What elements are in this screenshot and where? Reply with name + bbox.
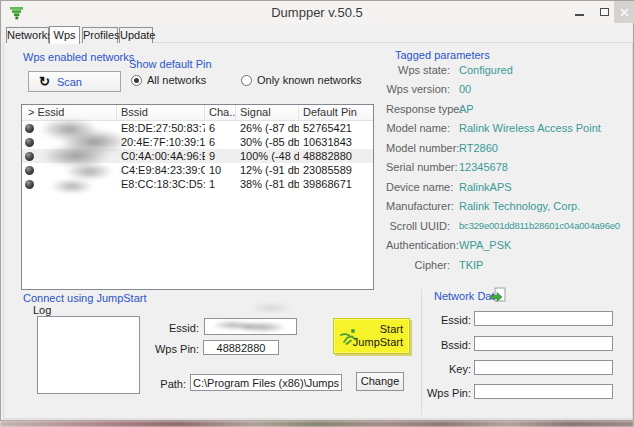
nd-essid-input[interactable]: [474, 311, 613, 326]
param-label: Scroll UUID:: [386, 220, 450, 232]
start-jumpstart-label: Start JumpStart: [353, 323, 403, 349]
log-label: Log: [33, 304, 51, 316]
tagged-parameters-list: Wps state:Configured Wps version:00 Resp…: [386, 60, 632, 275]
table-row[interactable]: E8:DE:27:50:83:7E 6 26% (-87 dbm) 527654…: [22, 121, 373, 135]
param-row: Response type:AP: [386, 99, 632, 119]
param-row: Manufacturer:Ralink Technology, Corp.: [386, 197, 632, 217]
param-value: Configured: [459, 64, 632, 76]
col-header-channel[interactable]: Cha...: [205, 105, 236, 120]
cell-default-pin: 39868671: [299, 177, 371, 191]
cell-bssid: C0:4A:00:4A:96:E0: [117, 149, 205, 163]
param-value: TKIP: [459, 259, 632, 271]
start-jumpstart-button[interactable]: Start JumpStart: [333, 318, 410, 354]
param-value: 00: [459, 83, 632, 95]
essid-input[interactable]: [204, 318, 297, 335]
col-header-essid[interactable]: > Essid: [22, 105, 117, 120]
nd-wps-pin-label: Wps Pin:: [421, 387, 471, 399]
param-value: bc329e001dd811b28601c04a004a96e0: [459, 220, 632, 231]
cell-channel: 1: [205, 177, 236, 191]
param-row: Cipher:TKIP: [386, 255, 632, 275]
nd-bssid-label: Bssid:: [421, 339, 471, 351]
desktop-background-sliver: [0, 421, 634, 427]
radio-all-networks-label: All networks: [147, 74, 206, 86]
maximize-button[interactable]: [593, 1, 615, 23]
radio-all-networks-dot: [131, 75, 142, 86]
cell-bssid: C4:E9:84:23:39:CE: [117, 163, 205, 177]
cell-bssid: E8:DE:27:50:83:7E: [117, 121, 205, 135]
cell-default-pin: 52765421: [299, 121, 371, 135]
wps-pin-input[interactable]: [203, 340, 279, 355]
cell-default-pin: 10631843: [299, 135, 371, 149]
tab-profiles[interactable]: Profiles: [82, 27, 118, 43]
table-row-selected[interactable]: C0:4A:00:4A:96:E0 9 100% (-48 db... 4888…: [22, 149, 373, 163]
param-value: 12345678: [459, 161, 632, 173]
cell-signal: 38% (-81 dbm): [236, 177, 299, 191]
param-label: Response type:: [386, 103, 450, 115]
param-label: Cipher:: [386, 259, 450, 271]
key-icon: [25, 138, 34, 147]
wps-networks-heading: Wps enabled networks: [23, 51, 134, 63]
nd-essid-label: Essid:: [421, 314, 471, 326]
param-row: Wps state:Configured: [386, 60, 632, 80]
minimize-button[interactable]: [567, 1, 591, 23]
window-title: Dumpper v.50.5: [1, 1, 633, 25]
log-box[interactable]: [37, 316, 140, 394]
param-row: Device name:RalinkAPS: [386, 177, 632, 197]
col-header-bssid[interactable]: Bssid: [117, 105, 205, 120]
scan-button-label: Scan: [57, 76, 82, 88]
key-icon: [25, 152, 34, 161]
cell-channel: 6: [205, 121, 236, 135]
refresh-icon: ↻: [39, 75, 50, 88]
param-label: Wps version:: [386, 83, 450, 95]
param-row: Authentication:WPA_PSK: [386, 236, 632, 256]
screenshot-root: Dumpper v.50.5 Networks Wps Profiles Upd…: [0, 0, 634, 427]
param-value: WPA_PSK: [459, 239, 632, 251]
param-value: Ralink Technology, Corp.: [459, 200, 632, 212]
param-value: Ralink Wireless Access Point: [459, 122, 632, 134]
radio-all-networks[interactable]: All networks: [131, 74, 206, 86]
cell-channel: 10: [205, 163, 236, 177]
tab-update[interactable]: Update: [119, 27, 153, 43]
col-header-signal[interactable]: Signal: [236, 105, 299, 120]
export-network-data-icon[interactable]: [490, 287, 507, 307]
param-value: RalinkAPS: [459, 181, 632, 193]
essid-field-label: Essid:: [151, 322, 199, 334]
close-icon: [620, 8, 629, 17]
show-default-pin-label: Show default Pin: [129, 58, 212, 70]
nd-bssid-input[interactable]: [474, 336, 613, 351]
param-label: Device name:: [386, 181, 450, 193]
key-icon: [25, 124, 34, 133]
param-label: Model number:: [386, 142, 450, 154]
param-row: Wps version:00: [386, 80, 632, 100]
cell-signal: 26% (-87 dbm): [236, 121, 299, 135]
scan-button[interactable]: ↻ Scan: [28, 71, 121, 92]
param-value: RT2860: [459, 142, 632, 154]
wps-pin-field-label: Wps Pin:: [139, 343, 199, 355]
path-input[interactable]: [190, 374, 342, 391]
table-row[interactable]: 20:4E:7F:10:39:10 6 30% (-85 dbm) 106318…: [22, 135, 373, 149]
param-label: Authentication:: [386, 239, 450, 251]
close-button[interactable]: [614, 1, 634, 23]
tab-networks[interactable]: Networks: [6, 27, 49, 43]
cell-default-pin: 23085589: [299, 163, 371, 177]
param-label: Serial number:: [386, 161, 450, 173]
radio-only-known-networks[interactable]: Only known networks: [241, 74, 362, 86]
cell-channel: 9: [205, 149, 236, 163]
param-label: Wps state:: [386, 64, 450, 76]
nd-wps-pin-input[interactable]: [474, 384, 613, 399]
table-row[interactable]: C4:E9:84:23:39:CE 10 12% (-91 dbm) 23085…: [22, 163, 373, 177]
cell-signal: 30% (-85 dbm): [236, 135, 299, 149]
nd-key-label: Key:: [421, 363, 471, 375]
connect-jumpstart-heading: Connect using JumpStart: [23, 292, 147, 304]
key-icon: [25, 180, 34, 189]
change-path-button[interactable]: Change: [356, 372, 404, 391]
table-row[interactable]: E8:CC:18:3C:D5:B3 1 38% (-81 dbm) 398686…: [22, 177, 373, 191]
nd-key-input[interactable]: [474, 360, 613, 375]
col-header-default-pin[interactable]: Default Pin: [299, 105, 371, 120]
param-value: AP: [459, 103, 632, 115]
tab-wps[interactable]: Wps: [49, 26, 80, 44]
radio-only-known-dot: [241, 75, 252, 86]
param-row: Model number:RT2860: [386, 138, 632, 158]
cell-channel: 6: [205, 135, 236, 149]
param-label: Model name:: [386, 122, 450, 134]
